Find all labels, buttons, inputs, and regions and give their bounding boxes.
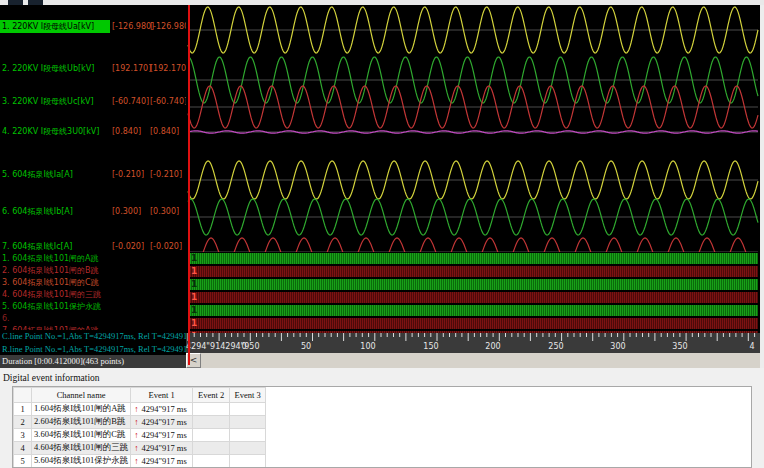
digital-channel-row[interactable]: 4. 604拓泉I线101闸的三跳: [2, 289, 184, 301]
event-table-header: [14, 388, 32, 403]
event-row-number: 2: [14, 416, 32, 429]
window-top-edge: [0, 0, 764, 5]
event-1-time: 4294"917 ms: [141, 443, 186, 453]
event-row-number: 3: [14, 429, 32, 442]
event-1-cell: ↑4294"917 ms: [131, 429, 193, 442]
digital-trace-bar[interactable]: 1: [188, 305, 758, 316]
rising-edge-arrow-icon: ↑: [134, 404, 138, 414]
waveform-display-panel[interactable]: 1111111 4294"914294"95005010015020025030…: [186, 0, 764, 368]
digital-channel-row[interactable]: 5. 604拓泉I线101保护永跳: [2, 301, 184, 313]
cursor-c-line-info: C.line Point No.=1,Abs T=4294917ms, Rel …: [0, 330, 186, 342]
time-axis-label: 0: [241, 342, 246, 351]
time-axis-label: 4294"914294"950: [186, 342, 260, 351]
digital-channel-row[interactable]: 3. 604拓泉I线101闸的C跳: [2, 277, 184, 289]
analog-channel-name: 6. 604拓泉I线Ib[A]: [2, 205, 73, 218]
time-axis-ruler[interactable]: 4294"914294"9500501001502002503003504: [186, 333, 760, 353]
event-1-time: 4294"917 ms: [141, 417, 186, 427]
event-table-row[interactable]: 11.604拓泉I线101闸的A跳↑4294"917 ms: [14, 403, 266, 416]
toolbar-button-stub-1[interactable]: [8, 0, 23, 5]
digital-state-value: 1: [191, 253, 197, 264]
analog-channel-row[interactable]: 4. 220KV I段母线3U0[kV][0.840][0.840]: [0, 125, 186, 138]
event-2-cell: [193, 429, 230, 442]
analog-channel-name: 2. 220KV I段母线Ub[kV]: [2, 62, 94, 75]
waveform-analyzer-screen: 1. 220KV I段母线Ua[kV][-126.980][-126.980]2…: [0, 0, 764, 468]
analog-channel-name: 1. 220KV I段母线Ua[kV]: [0, 20, 110, 33]
analog-channel-value-1: [-0.020]: [112, 240, 144, 253]
time-axis-label: 350: [672, 342, 687, 351]
event-1-cell: ↑4294"917 ms: [131, 416, 193, 429]
analog-channel-value-1: [0.300]: [112, 205, 141, 218]
digital-trace-bar[interactable]: 1: [188, 279, 758, 290]
analog-channel-value-2: [-0.020]: [150, 240, 182, 253]
event-2-cell: [193, 455, 230, 468]
digital-state-value: 1: [191, 292, 197, 303]
event-1-time: 4294"917 ms: [141, 456, 186, 466]
digital-trace-bar[interactable]: 1: [188, 292, 758, 303]
event-table-header: Event 2: [193, 388, 230, 403]
event-row-number: 5: [14, 455, 32, 468]
analog-channel-name: 5. 604拓泉I线Ia[A]: [2, 168, 73, 181]
digital-trace-bar[interactable]: 1: [188, 253, 758, 264]
time-axis-label: 150: [423, 342, 438, 351]
analog-channel-value-2: [0.840]: [150, 125, 179, 138]
analog-channel-value-1: [192.170]: [112, 62, 151, 75]
analog-channel-value-1: [-0.210]: [112, 168, 144, 181]
analog-channel-name: 4. 220KV I段母线3U0[kV]: [2, 125, 99, 138]
event-table-row[interactable]: 55.604拓泉I线101保护永跳↑4294"917 ms: [14, 455, 266, 468]
right-window-edge: [760, 0, 764, 368]
digital-trace-bar[interactable]: 1: [188, 266, 758, 277]
analog-channel-value-2: [-126.980]: [150, 20, 186, 33]
event-3-cell: [230, 442, 266, 455]
toolbar-button-stub-2[interactable]: [28, 0, 43, 5]
event-row-number: 1: [14, 403, 32, 416]
cursor-r-line-info: R.line Point No.=1,Abs T=4294917ms, Rel …: [0, 343, 186, 355]
analog-channel-row[interactable]: 3. 220KV I段母线Uc[kV][-60.740][-60.740]: [0, 95, 186, 108]
event-1-time: 4294"917 ms: [141, 430, 186, 440]
event-table-row[interactable]: 33.604拓泉I线101闸的C跳↑4294"917 ms: [14, 429, 266, 442]
digital-event-table-box: Channel nameEvent 1Event 2Event 311.604拓…: [12, 386, 752, 468]
horizontal-scrollbar[interactable]: <: [186, 353, 760, 368]
analog-traces: [186, 0, 760, 252]
time-axis-label: 4: [749, 342, 754, 351]
digital-channel-row[interactable]: 1. 604拓泉I线101闸的A跳: [2, 253, 184, 265]
event-3-cell: [230, 455, 266, 468]
event-3-cell: [230, 429, 266, 442]
analog-channel-name: 7. 604拓泉I线Ic[A]: [2, 240, 72, 253]
analog-channel-row[interactable]: 5. 604拓泉I线Ia[A][-0.210][-0.210]: [0, 168, 186, 181]
rising-edge-arrow-icon: ↑: [134, 417, 138, 427]
digital-channel-row[interactable]: 6.: [2, 313, 184, 325]
event-1-cell: ↑4294"917 ms: [131, 403, 193, 416]
analog-channel-row[interactable]: 2. 220KV I段母线Ub[kV][192.170][192.170]: [0, 62, 186, 75]
event-1-cell: ↑4294"917 ms: [131, 455, 193, 468]
event-row-number: 4: [14, 442, 32, 455]
time-axis-label: 200: [485, 342, 500, 351]
rising-edge-arrow-icon: ↑: [134, 456, 138, 466]
digital-trace-bar[interactable]: 1: [188, 318, 758, 329]
analog-channel-value-1: [-126.980]: [112, 20, 154, 33]
event-1-cell: ↑4294"917 ms: [131, 442, 193, 455]
time-axis-label: 50: [301, 342, 311, 351]
duration-status: Duration [0:00.412000](463 points): [0, 355, 186, 368]
digital-state-value: 1: [191, 318, 197, 329]
digital-channel-row[interactable]: 2. 604拓泉I线101闸的B跳: [2, 265, 184, 277]
analog-channel-value-2: [192.170]: [150, 62, 186, 75]
event-table-header: Channel name: [32, 388, 131, 403]
event-table-header: Event 1: [131, 388, 193, 403]
analog-channel-row[interactable]: 1. 220KV I段母线Ua[kV][-126.980][-126.980]: [0, 20, 186, 33]
analog-channel-row[interactable]: 6. 604拓泉I线Ib[A][0.300][0.300]: [0, 205, 186, 218]
rising-edge-arrow-icon: ↑: [134, 443, 138, 453]
time-axis-label: 250: [548, 342, 563, 351]
analog-channel-row[interactable]: 7. 604拓泉I线Ic[A][-0.020][-0.020]: [0, 240, 186, 253]
digital-state-value: 1: [191, 266, 197, 277]
time-cursor-line[interactable]: [188, 5, 190, 365]
rising-edge-arrow-icon: ↑: [134, 430, 138, 440]
event-channel-name: 4.604拓泉I线101闸的三跳: [32, 442, 131, 455]
event-2-cell: [193, 416, 230, 429]
event-2-cell: [193, 442, 230, 455]
digital-state-value: 1: [191, 305, 197, 316]
event-1-time: 4294"917 ms: [141, 404, 186, 414]
event-table-row[interactable]: 44.604拓泉I线101闸的三跳↑4294"917 ms: [14, 442, 266, 455]
digital-state-value: 1: [191, 279, 197, 290]
digital-event-title: Digital event information: [3, 373, 100, 383]
event-table-row[interactable]: 22.604拓泉I线101闸的B跳↑4294"917 ms: [14, 416, 266, 429]
